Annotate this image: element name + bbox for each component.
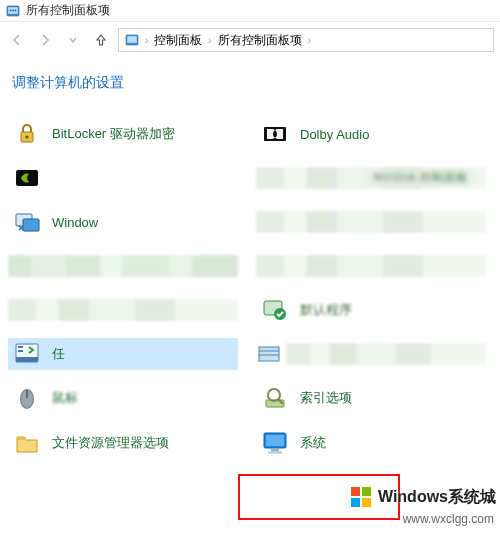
control-panel-icon xyxy=(6,4,20,18)
item-label: 鼠标 xyxy=(52,389,78,407)
blurred-icon xyxy=(256,341,286,367)
blurred-label xyxy=(8,255,238,277)
svg-rect-30 xyxy=(266,435,284,446)
address-bar[interactable]: › 控制面板 › 所有控制面板项 › xyxy=(118,28,494,52)
control-panel-items-grid: BitLocker 驱动器加密 Dolby Audio NVIDIA 控制面板 xyxy=(0,104,500,460)
item-indexing-options[interactable]: 索引选项 xyxy=(256,382,486,414)
system-icon xyxy=(260,428,290,458)
watermark-url: www.wxclgg.com xyxy=(403,512,494,526)
item-blurred[interactable] xyxy=(8,250,238,282)
item-taskbar[interactable]: 任 xyxy=(8,338,238,370)
svg-rect-31 xyxy=(271,449,279,452)
svg-point-4 xyxy=(15,9,17,11)
blurred-label xyxy=(256,255,486,277)
item-bitlocker[interactable]: BitLocker 驱动器加密 xyxy=(8,118,238,150)
breadcrumb-segment[interactable]: 控制面板 xyxy=(154,32,202,49)
dolby-icon xyxy=(260,119,290,149)
item-system[interactable]: 系统 xyxy=(256,426,486,460)
item-dolby-audio[interactable]: Dolby Audio xyxy=(256,118,486,150)
item-label: 索引选项 xyxy=(300,389,352,407)
svg-point-2 xyxy=(10,9,12,11)
page-heading: 调整计算机的设置 xyxy=(0,58,500,104)
svg-rect-36 xyxy=(362,498,371,507)
recent-locations-dropdown[interactable] xyxy=(62,29,84,51)
window-titlebar: 所有控制面板项 xyxy=(0,0,500,22)
blurred-label: NVIDIA 控制面板 xyxy=(256,167,486,189)
breadcrumb-segment[interactable]: 所有控制面板项 xyxy=(218,32,302,49)
svg-rect-17 xyxy=(18,346,23,348)
up-button[interactable] xyxy=(90,29,112,51)
item-blurred[interactable] xyxy=(256,206,486,238)
item-label: 文件资源管理器选项 xyxy=(52,434,169,452)
svg-rect-33 xyxy=(351,487,360,496)
svg-rect-28 xyxy=(17,437,26,440)
item-label: 任 xyxy=(52,345,65,363)
blurred-label xyxy=(8,299,238,321)
back-button[interactable] xyxy=(6,29,28,51)
control-panel-icon xyxy=(125,33,139,47)
item-label: BitLocker 驱动器加密 xyxy=(52,125,175,143)
svg-rect-16 xyxy=(16,357,38,362)
chevron-right-icon: › xyxy=(208,35,211,46)
bitlocker-icon xyxy=(12,119,42,149)
svg-rect-19 xyxy=(259,347,279,361)
item-blurred[interactable] xyxy=(8,294,238,326)
window-title: 所有控制面板项 xyxy=(26,2,110,19)
indexing-icon xyxy=(260,383,290,413)
svg-rect-18 xyxy=(18,350,23,352)
windows-transfer-icon xyxy=(12,207,42,237)
svg-rect-32 xyxy=(268,452,282,454)
mouse-icon xyxy=(12,383,42,413)
item-mouse[interactable]: 鼠标 xyxy=(8,382,238,414)
svg-rect-34 xyxy=(362,487,371,496)
chevron-right-icon: › xyxy=(308,35,311,46)
default-programs-icon xyxy=(260,295,290,325)
nvidia-icon xyxy=(12,163,42,193)
svg-point-8 xyxy=(25,135,28,138)
highlight-annotation xyxy=(238,474,400,520)
forward-button[interactable] xyxy=(34,29,56,51)
item-blurred[interactable] xyxy=(256,250,486,282)
watermark: Windows系统城 xyxy=(350,486,496,508)
chevron-right-icon: › xyxy=(145,35,148,46)
folder-options-icon xyxy=(12,428,42,458)
item-blurred[interactable] xyxy=(256,338,486,370)
item-default-programs[interactable]: 默认程序 xyxy=(256,294,486,326)
svg-rect-12 xyxy=(23,219,39,231)
item-label: Window xyxy=(52,215,98,230)
watermark-text: Windows系统城 xyxy=(378,487,496,508)
item-label: 系统 xyxy=(300,434,326,452)
windows-logo-icon xyxy=(350,486,372,508)
blurred-label xyxy=(256,211,486,233)
item-blurred[interactable] xyxy=(8,162,238,194)
item-file-explorer-options[interactable]: 文件资源管理器选项 xyxy=(8,426,238,460)
svg-point-3 xyxy=(12,9,14,11)
taskbar-icon xyxy=(12,339,42,369)
item-windows[interactable]: Window xyxy=(8,206,238,238)
item-blurred[interactable]: NVIDIA 控制面板 xyxy=(256,162,486,194)
item-label: Dolby Audio xyxy=(300,127,369,142)
svg-rect-6 xyxy=(127,36,137,43)
svg-rect-35 xyxy=(351,498,360,507)
nav-toolbar: › 控制面板 › 所有控制面板项 › xyxy=(0,22,500,58)
item-label: 默认程序 xyxy=(300,301,352,319)
blurred-label xyxy=(286,343,486,365)
